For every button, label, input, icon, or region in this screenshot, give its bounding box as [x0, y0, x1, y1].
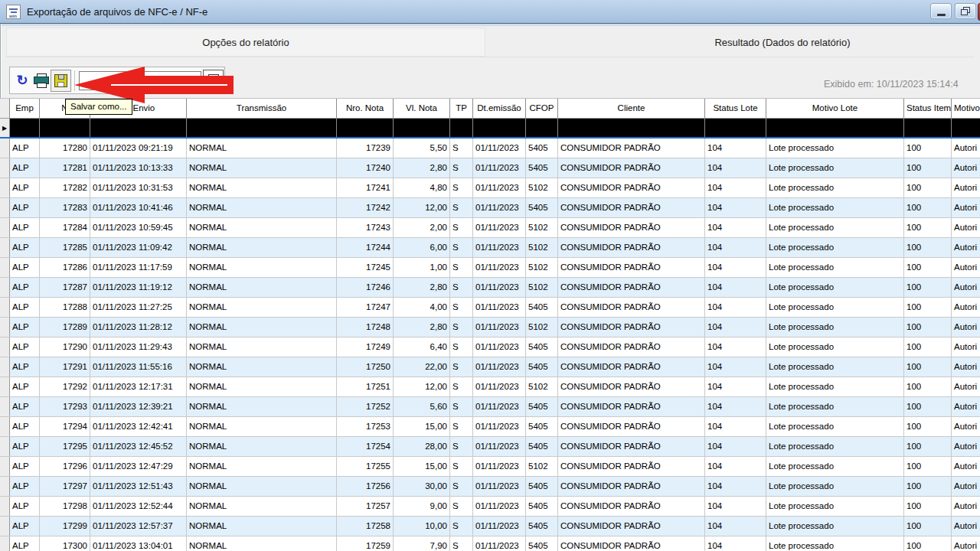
cell-transmissao: NORMAL	[187, 119, 337, 137]
table-row[interactable]: ALP1729801/11/2023 12:52:44NORMAL172579,…	[0, 497, 980, 517]
cell-vl_nota: 2,80	[394, 158, 450, 178]
cell-status_lote: 104	[705, 198, 766, 217]
cell-cfop: 5102	[526, 178, 558, 197]
cell-status_item: 100	[904, 417, 952, 436]
cell-motivo_lote: Lote processado	[766, 357, 904, 377]
cell-status_lote: 104	[705, 477, 766, 496]
tab-bar: Opções do relatório Resultado (Dados do …	[0, 26, 980, 58]
cell-transmissao: NORMAL	[187, 397, 337, 416]
app-icon: win	[6, 5, 21, 19]
cell-tp: S	[450, 198, 473, 217]
table-row[interactable]: ALP1729401/11/2023 12:42:41NORMAL1725315…	[0, 417, 980, 437]
table-row[interactable]: ALP1728001/11/2023 09:21:19NORMAL172395,…	[0, 139, 980, 158]
table-row[interactable]: ALP1728901/11/2023 11:28:12NORMAL172482,…	[0, 318, 980, 337]
tab-opcoes-do-relatorio[interactable]: Opções do relatório	[6, 28, 485, 57]
column-header-dt_emissao[interactable]: Dt.emissão	[473, 99, 526, 119]
table-row[interactable]: ALP1729201/11/2023 12:17:31NORMAL1725112…	[0, 377, 980, 397]
row-indicator	[0, 536, 10, 551]
column-header-indicator	[0, 99, 10, 119]
cell-motivo_lote: Lote processado	[766, 119, 904, 137]
restore-button[interactable]	[955, 3, 976, 19]
cell-dt_emissao: 01/11/2023	[473, 536, 526, 551]
minimize-icon	[937, 14, 946, 16]
tab-resultado-dados-do-relatorio[interactable]: Resultado (Dados do relatório)	[585, 28, 980, 57]
print-button[interactable]	[32, 71, 51, 90]
cell-status_lote: 104	[705, 536, 766, 551]
table-row[interactable]: ALP1728401/11/2023 10:59:45NORMAL172432,…	[0, 218, 980, 238]
cell-status_lote: 104	[705, 139, 766, 158]
cell-cfop: 5102	[526, 278, 558, 297]
cell-tp: S	[450, 238, 473, 257]
table-row[interactable]: ▶ALP1727901/11/2023 09:03:06NORMAL172384…	[0, 119, 980, 139]
cell-dt_envio: 01/11/2023 11:19:12	[90, 278, 187, 297]
cell-dt_emissao: 01/11/2023	[473, 337, 526, 357]
cell-status_lote: 104	[705, 178, 766, 197]
cell-dt_emissao: 01/11/2023	[473, 437, 526, 456]
cell-motivo_lote: Lote processado	[766, 218, 904, 237]
cell-vl_nota: 2,00	[394, 218, 450, 237]
column-header-transmissao[interactable]: Transmissão	[187, 99, 337, 119]
column-header-vl_nota[interactable]: Vl. Nota	[394, 99, 450, 119]
table-row[interactable]: ALP1729701/11/2023 12:51:43NORMAL1725630…	[0, 477, 980, 497]
toolbar-separator	[74, 70, 76, 91]
table-row[interactable]: ALP1728701/11/2023 11:19:12NORMAL172462,…	[0, 278, 980, 298]
cell-dt_envio: 01/11/2023 12:39:21	[90, 397, 187, 416]
cell-n: 17290	[40, 337, 90, 357]
cell-dt_emissao: 01/11/2023	[473, 397, 526, 416]
refresh-button[interactable]: ↻	[13, 71, 31, 90]
cell-cfop: 5102	[526, 457, 558, 476]
row-indicator	[0, 258, 10, 277]
cell-transmissao: NORMAL	[187, 517, 337, 536]
row-indicator	[0, 397, 10, 416]
cell-cliente: CONSUMIDOR PADRÃO	[558, 258, 705, 277]
column-header-cliente[interactable]: Cliente	[558, 99, 705, 119]
column-header-status_item[interactable]: Status Item	[904, 99, 952, 119]
cell-nro_nota: 17259	[337, 536, 394, 551]
column-header-emp[interactable]: Emp	[10, 99, 40, 119]
table-row[interactable]: ALP1728601/11/2023 11:17:59NORMAL172451,…	[0, 258, 980, 278]
cell-n: 17293	[40, 397, 90, 416]
cell-dt_envio: 01/11/2023 12:51:43	[90, 477, 187, 496]
cell-emp: ALP	[10, 278, 40, 297]
column-header-motivo_item[interactable]: Motivo	[952, 99, 980, 119]
column-header-motivo_lote[interactable]: Motivo Lote	[766, 99, 904, 119]
preview-button[interactable]	[203, 70, 224, 92]
column-header-status_lote[interactable]: Status Lote	[705, 99, 766, 119]
column-header-cfop[interactable]: CFOP	[526, 99, 558, 119]
table-row[interactable]: ALP1729301/11/2023 12:39:21NORMAL172525,…	[0, 397, 980, 417]
cell-status_item: 100	[904, 536, 952, 551]
cell-vl_nota: 28,00	[394, 437, 450, 456]
cell-status_item: 100	[904, 278, 952, 297]
table-row[interactable]: ALP1729001/11/2023 11:29:43NORMAL172496,…	[0, 337, 980, 357]
table-row[interactable]: ALP1729601/11/2023 12:47:29NORMAL1725515…	[0, 457, 980, 477]
filename-input[interactable]	[79, 71, 201, 90]
table-row[interactable]: ALP1729501/11/2023 12:45:52NORMAL1725428…	[0, 437, 980, 457]
window-title: Exportação de arquivos de NFC-e / NF-e	[27, 6, 207, 18]
cell-motivo_lote: Lote processado	[766, 238, 904, 257]
table-row[interactable]: ALP1728201/11/2023 10:31:53NORMAL172414,…	[0, 178, 980, 198]
table-row[interactable]: ALP1728501/11/2023 11:09:42NORMAL172446,…	[0, 238, 980, 258]
cell-cfop: 5405	[526, 536, 558, 551]
table-row[interactable]: ALP1730001/11/2023 13:04:01NORMAL172597,…	[0, 536, 980, 551]
table-row[interactable]: ALP1729901/11/2023 12:57:37NORMAL1725810…	[0, 517, 980, 536]
cell-n: 17288	[40, 298, 90, 317]
cell-status_item: 100	[904, 377, 952, 396]
cell-status_item: 100	[904, 397, 952, 416]
column-header-tp[interactable]: TP	[450, 99, 473, 119]
cell-cliente: CONSUMIDOR PADRÃO	[558, 417, 705, 436]
cell-nro_nota: 17257	[337, 497, 394, 516]
cell-tp: S	[450, 178, 473, 197]
table-row[interactable]: ALP1728801/11/2023 11:27:25NORMAL172474,…	[0, 298, 980, 318]
cell-dt_envio: 01/11/2023 10:31:53	[90, 178, 187, 197]
cell-status_item: 100	[904, 178, 952, 197]
cell-n: 17294	[40, 417, 90, 436]
save-button[interactable]	[51, 70, 71, 92]
cell-emp: ALP	[10, 178, 40, 197]
minimize-button[interactable]	[930, 3, 952, 19]
column-header-nro_nota[interactable]: Nro. Nota	[337, 99, 394, 119]
table-row[interactable]: ALP1729101/11/2023 11:55:16NORMAL1725022…	[0, 357, 980, 377]
cell-tp: S	[450, 477, 473, 496]
row-indicator	[0, 318, 10, 337]
table-row[interactable]: ALP1728301/11/2023 10:41:46NORMAL1724212…	[0, 198, 980, 218]
table-row[interactable]: ALP1728101/11/2023 10:13:33NORMAL172402,…	[0, 158, 980, 178]
